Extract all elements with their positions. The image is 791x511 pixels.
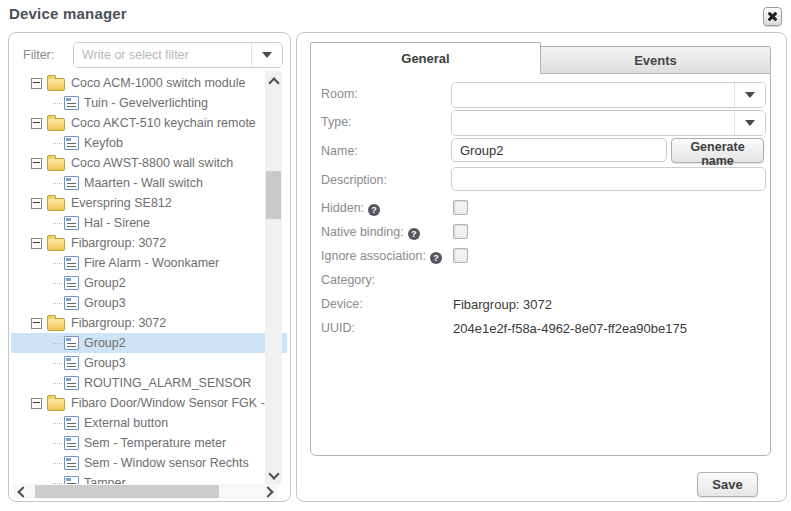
collapse-icon[interactable] — [31, 318, 42, 329]
generate-name-button[interactable]: Generate name — [671, 138, 764, 163]
triangle-down-icon — [262, 52, 272, 58]
tree-group-row[interactable]: Coco ACM-1000 switch module — [11, 73, 287, 93]
type-combobox[interactable] — [451, 110, 766, 136]
scroll-right-button[interactable] — [261, 484, 277, 499]
native-binding-label: Native binding:? — [321, 225, 420, 240]
tree-device-label: Keyfob — [84, 136, 123, 150]
collapse-icon[interactable] — [31, 398, 42, 409]
category-label: Category: — [321, 273, 375, 287]
scroll-down-button[interactable] — [265, 467, 282, 483]
tree-group-row[interactable]: Fibargroup: 3072 — [11, 233, 287, 253]
ignore-association-checkbox[interactable] — [453, 248, 468, 263]
type-input[interactable] — [452, 111, 734, 135]
hidden-label: Hidden:? — [321, 201, 380, 216]
tree-group-row[interactable]: Coco AKCT-510 keychain remote — [11, 113, 287, 133]
tree-device-row[interactable]: Sem - Window sensor Rechts — [11, 453, 287, 473]
tab-general[interactable]: General — [310, 42, 541, 74]
device-icon — [64, 436, 79, 450]
help-icon[interactable]: ? — [430, 252, 442, 264]
collapse-icon[interactable] — [31, 238, 42, 249]
folder-icon — [47, 158, 65, 171]
tree-group-row[interactable]: Fibaro Door/Window Sensor FGK - 10 — [11, 393, 287, 413]
filter-dropdown-button[interactable] — [251, 43, 282, 67]
tree-device-label: ROUTING_ALARM_SENSOR — [84, 376, 251, 390]
type-dropdown-button[interactable] — [734, 111, 765, 135]
vertical-scroll-thumb[interactable] — [266, 171, 281, 219]
tree-group-label: Fibargroup: 3072 — [71, 236, 166, 250]
filter-label: Filter: — [23, 48, 54, 62]
room-dropdown-button[interactable] — [734, 83, 765, 107]
scroll-left-button[interactable] — [13, 484, 29, 499]
tree-group-row[interactable]: Coco AWST-8800 wall switch — [11, 153, 287, 173]
tree-connector — [53, 143, 62, 144]
device-icon — [64, 376, 79, 390]
device-icon — [64, 416, 79, 430]
page-title: Device manager — [9, 5, 127, 22]
room-label: Room: — [321, 87, 358, 101]
name-input[interactable] — [451, 138, 667, 162]
room-combobox[interactable] — [451, 82, 766, 108]
tree-group-label: Coco AKCT-510 keychain remote — [71, 116, 256, 130]
tree-device-row[interactable]: Maarten - Wall switch — [11, 173, 287, 193]
tree-group-row[interactable]: Everspring SE812 — [11, 193, 287, 213]
tree-device-row[interactable]: Fire Alarm - Woonkamer — [11, 253, 287, 273]
tree-device-label: External button — [84, 416, 168, 430]
general-tab-content: Room: Type: Name: Generate name Descript… — [310, 73, 771, 456]
description-input[interactable] — [451, 167, 766, 191]
uuid-value: 204e1e2f-f58a-4962-8e07-ff2ea90be175 — [453, 321, 687, 336]
device-tree-panel: Filter: Coco ACM-1000 switch moduleTuin … — [8, 32, 291, 502]
scroll-up-button[interactable] — [265, 73, 282, 89]
tree-device-row[interactable]: External button — [11, 413, 287, 433]
folder-icon — [47, 318, 65, 331]
tree-device-row[interactable]: Keyfob — [11, 133, 287, 153]
tree-connector — [53, 283, 62, 284]
tree-connector — [53, 363, 62, 364]
tree-horizontal-scrollbar[interactable] — [13, 484, 277, 499]
tree-device-row[interactable]: Hal - Sirene — [11, 213, 287, 233]
type-label: Type: — [321, 115, 352, 129]
tree-connector — [53, 263, 62, 264]
close-icon[interactable] — [763, 7, 782, 26]
save-button[interactable]: Save — [697, 472, 758, 497]
tree-device-row[interactable]: Group3 — [11, 353, 287, 373]
tree-vertical-scrollbar[interactable] — [265, 71, 282, 485]
device-detail-panel: General Events Room: Type: Name: Generat… — [296, 32, 787, 502]
tree-connector — [53, 383, 62, 384]
room-input[interactable] — [452, 83, 734, 107]
tree-device-row[interactable]: Group2 — [11, 273, 287, 293]
tree-connector — [53, 223, 62, 224]
hidden-checkbox[interactable] — [453, 200, 468, 215]
filter-input[interactable] — [74, 43, 251, 67]
help-icon[interactable]: ? — [368, 204, 380, 216]
tree-device-label: Group2 — [84, 336, 126, 350]
device-icon — [64, 136, 79, 150]
collapse-icon[interactable] — [31, 198, 42, 209]
tree-connector — [53, 103, 62, 104]
help-icon[interactable]: ? — [408, 228, 420, 240]
horizontal-scroll-thumb[interactable] — [35, 485, 219, 498]
tree-device-row[interactable]: Tuin - Gevelverlichting — [11, 93, 287, 113]
device-label: Device: — [321, 297, 363, 311]
chevron-right-icon — [262, 486, 273, 497]
tab-events[interactable]: Events — [541, 46, 771, 74]
tree-device-row-selected[interactable]: Group2 — [11, 333, 287, 353]
tree-connector — [53, 443, 62, 444]
folder-icon — [47, 198, 65, 211]
tree-device-row[interactable]: ROUTING_ALARM_SENSOR — [11, 373, 287, 393]
tree-device-row[interactable]: Group3 — [11, 293, 287, 313]
device-manager-dialog: Device manager Filter: Coco ACM-1000 swi… — [0, 0, 791, 511]
collapse-icon[interactable] — [31, 78, 42, 89]
tree-group-label: Everspring SE812 — [71, 196, 172, 210]
folder-icon — [47, 78, 65, 91]
tab-bar: General Events — [310, 42, 771, 74]
collapse-icon[interactable] — [31, 158, 42, 169]
tree-device-label: Group3 — [84, 356, 126, 370]
tree-group-row[interactable]: Fibargroup: 3072 — [11, 313, 287, 333]
native-binding-checkbox[interactable] — [453, 224, 468, 239]
tree-connector — [53, 463, 62, 464]
tree-device-row[interactable]: Sem - Temperature meter — [11, 433, 287, 453]
tree-group-label: Coco AWST-8800 wall switch — [71, 156, 233, 170]
filter-combobox[interactable] — [73, 42, 283, 68]
collapse-icon[interactable] — [31, 118, 42, 129]
tree-group-label: Fibaro Door/Window Sensor FGK - 10 — [71, 396, 282, 410]
